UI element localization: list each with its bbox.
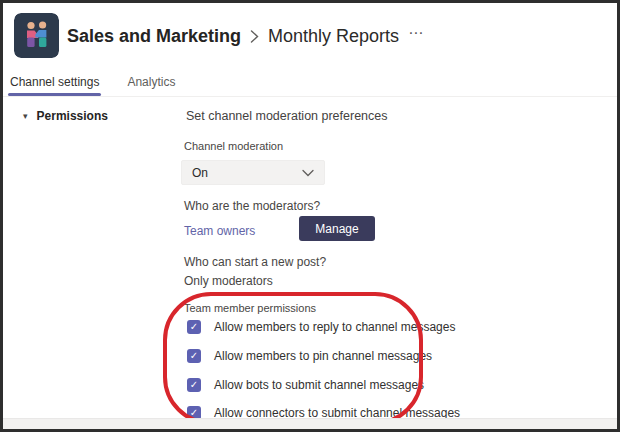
chevron-down-icon — [302, 169, 314, 177]
manage-button[interactable]: Manage — [299, 216, 375, 241]
channel-moderation-dropdown[interactable]: On — [181, 160, 325, 185]
checkbox-row-reply[interactable]: ✓ Allow members to reply to channel mess… — [187, 319, 455, 335]
breadcrumb: Sales and Marketing Monthly Reports ⋯ — [67, 24, 424, 48]
checkbox-row-pin[interactable]: ✓ Allow members to pin channel messages — [187, 348, 432, 364]
new-post-value-label: Only moderators — [184, 274, 273, 288]
checkbox-checked-icon[interactable]: ✓ — [187, 378, 201, 392]
tab-bar: Channel settings Analytics — [8, 71, 177, 97]
triangle-down-icon: ▾ — [23, 110, 28, 122]
more-options-icon[interactable]: ⋯ — [408, 28, 424, 38]
moderation-preferences-heading: Set channel moderation preferences — [186, 109, 388, 123]
checkbox-label: Allow members to reply to channel messag… — [214, 320, 455, 334]
tab-channel-settings[interactable]: Channel settings — [8, 71, 101, 97]
channel-moderation-value: On — [192, 166, 208, 180]
content-divider — [3, 96, 617, 97]
team-owners-link[interactable]: Team owners — [184, 224, 255, 238]
chevron-right-icon — [250, 29, 259, 44]
tab-analytics[interactable]: Analytics — [125, 71, 177, 97]
teams-channel-settings-window: Sales and Marketing Monthly Reports ⋯ Ch… — [0, 0, 620, 432]
moderators-question-label: Who are the moderators? — [184, 199, 320, 213]
new-post-question-label: Who can start a new post? — [184, 255, 326, 269]
bottom-strip — [3, 418, 617, 429]
permissions-section-label: Permissions — [37, 109, 108, 123]
checkbox-row-bots[interactable]: ✓ Allow bots to submit channel messages — [187, 377, 424, 393]
team-member-permissions-label: Team member permissions — [184, 302, 316, 314]
permissions-section-toggle[interactable]: ▾ Permissions — [23, 109, 108, 123]
checkbox-label: Allow members to pin channel messages — [214, 349, 432, 363]
checkbox-checked-icon[interactable]: ✓ — [187, 320, 201, 334]
team-name[interactable]: Sales and Marketing — [67, 26, 241, 47]
channel-name[interactable]: Monthly Reports — [268, 26, 399, 47]
checkbox-checked-icon[interactable]: ✓ — [187, 349, 201, 363]
team-avatar[interactable] — [14, 13, 59, 58]
checkbox-label: Allow bots to submit channel messages — [214, 378, 424, 392]
two-people-handshake-icon — [14, 13, 59, 58]
channel-moderation-label: Channel moderation — [184, 140, 283, 152]
